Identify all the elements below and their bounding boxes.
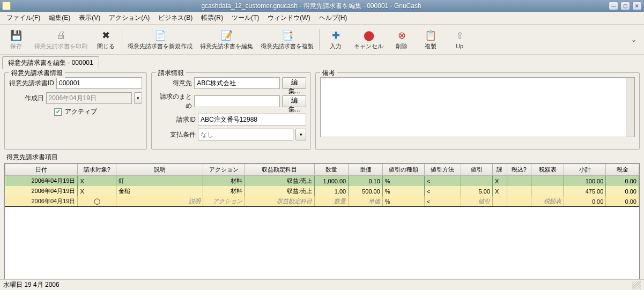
col-billable[interactable]: 請求対象? [78, 164, 116, 176]
date-dropdown[interactable]: ▾ [134, 92, 143, 104]
content: 得意先請求書情報 得意先請求書ID 作成日 ▾ ✔ アクティブ 請求情報 得意先… [0, 69, 644, 290]
toolbar-overflow[interactable]: ⌄ [626, 36, 642, 43]
col-disc-how[interactable]: 値引方法 [424, 164, 461, 176]
terms-dropdown[interactable]: ▾ [295, 129, 306, 140]
copy-icon: 📋 [424, 29, 437, 42]
separator [122, 29, 122, 50]
table-row[interactable]: 2006年04月19日 X 釘 材料 収益:売上 1,000.00 0.10 %… [5, 176, 639, 187]
enter-icon: ✚ [329, 29, 342, 42]
new-invoice-button[interactable]: 📄 得意先請求書を新規作成 [124, 28, 196, 51]
delete-button[interactable]: ⊗ 削除 [388, 28, 416, 51]
summary-label: 請求のまとめ [156, 92, 192, 110]
copy-button[interactable]: 📋 複製 [417, 28, 445, 51]
entries-table-container: 日付 請求対象? 説明 アクション 収益勘定科目 数量 単価 値引の種類 値引方… [4, 163, 640, 290]
menu-file[interactable]: ファイル(F) [2, 12, 45, 24]
save-icon: 💾 [10, 29, 23, 42]
table-input-row[interactable]: 2006年04月19日 ◯ 説明 アクション 収益勘定科目 数量 単価 % < … [5, 196, 639, 206]
terms-input[interactable] [198, 129, 293, 140]
col-taxinc[interactable]: 税込? [507, 164, 531, 176]
col-desc[interactable]: 説明 [116, 164, 203, 176]
print-icon: 🖨 [55, 29, 68, 42]
entries-label: 得意先請求書項目 [4, 153, 640, 162]
delete-label: 削除 [396, 42, 408, 50]
cancel-icon: ⬤ [362, 29, 375, 42]
menubar: ファイル(F) 編集(E) 表示(V) アクション(A) ビジネス(B) 帳票(… [0, 12, 644, 25]
dup-label: 得意先請求書を複製 [261, 42, 314, 50]
invoice-id-label: 得意先請求書ID [9, 79, 54, 88]
entries-table[interactable]: 日付 請求対象? 説明 アクション 収益勘定科目 数量 単価 値引の種類 値引方… [5, 163, 639, 206]
billid-input[interactable] [198, 114, 306, 125]
summary-edit-button[interactable]: 編集... [282, 95, 306, 107]
col-taxtable[interactable]: 税額表 [531, 164, 564, 176]
summary-input[interactable] [194, 95, 280, 107]
edit-label: 得意先請求書を編集 [200, 42, 253, 50]
menu-tools[interactable]: ツール(T) [227, 12, 263, 24]
col-account[interactable]: 収益勘定科目 [245, 164, 314, 176]
invoice-legend: 得意先請求書情報 [9, 69, 65, 78]
customer-label: 得意先 [156, 79, 192, 88]
save-button: 💾 保存 [2, 28, 30, 51]
invoice-id-input[interactable] [56, 77, 142, 89]
delete-icon: ⊗ [395, 29, 408, 42]
cancel-label: キャンセル [354, 42, 383, 50]
duplicate-invoice-button[interactable]: 📑 得意先請求書を複製 [257, 28, 317, 51]
save-label: 保存 [10, 42, 22, 50]
panel-notes: 備考 [315, 72, 640, 150]
customer-edit-button[interactable]: 編集... [282, 77, 306, 89]
separator [319, 29, 320, 50]
menu-actions[interactable]: アクション(A) [105, 12, 154, 24]
maximize-button[interactable]: ▢ [620, 2, 630, 10]
col-taxable[interactable]: 課 [493, 164, 507, 176]
copy-label: 複製 [425, 42, 436, 50]
up-label: Up [456, 43, 463, 49]
close-label: 閉じる [97, 42, 115, 50]
app-icon [2, 2, 11, 10]
close-icon: ✖ [99, 29, 112, 42]
menu-reports[interactable]: 帳票(R) [197, 12, 227, 24]
minimize-button[interactable]: — [609, 2, 618, 10]
edit-icon: 📝 [220, 29, 233, 42]
new-icon: 📄 [154, 29, 167, 42]
tab-row: 得意先請求書を編集 - 000001 [0, 55, 644, 69]
table-header-row: 日付 請求対象? 説明 アクション 収益勘定科目 数量 単価 値引の種類 値引方… [5, 164, 639, 176]
col-date[interactable]: 日付 [5, 164, 78, 176]
dup-icon: 📑 [281, 29, 294, 42]
col-subtotal[interactable]: 小計 [564, 164, 606, 176]
up-icon: ⇧ [453, 29, 466, 42]
close-window-button[interactable]: ✕ [632, 2, 642, 10]
enter-button[interactable]: ✚ 入力 [322, 28, 350, 51]
resize-grip[interactable] [632, 281, 641, 289]
col-tax[interactable]: 税金 [606, 164, 639, 176]
date-input [46, 92, 132, 104]
statusbar: 水曜日 19 4月 2006 [0, 279, 644, 290]
notes-scrollbar[interactable] [626, 78, 634, 137]
notes-legend: 備考 [320, 69, 337, 78]
menu-business[interactable]: ビジネス(B) [154, 12, 197, 24]
table-empty-space [5, 206, 639, 286]
panel-billing-info: 請求情報 得意先 編集... 請求のまとめ 編集... 請求ID 支払条件 ▾ [151, 72, 311, 150]
titlebar: gcashdata_12_customer.gnucash - 得意先請求書を編… [0, 0, 644, 12]
terms-label: 支払条件 [156, 130, 196, 139]
cancel-button[interactable]: ⬤ キャンセル [351, 28, 387, 51]
notes-textarea[interactable] [320, 77, 635, 137]
col-disc-type[interactable]: 値引の種類 [382, 164, 424, 176]
panel-invoice-info: 得意先請求書情報 得意先請求書ID 作成日 ▾ ✔ アクティブ [4, 72, 147, 150]
print-label: 得意先請求書を印刷 [34, 42, 87, 50]
col-qty[interactable]: 数量 [314, 164, 349, 176]
menu-edit[interactable]: 編集(E) [45, 12, 75, 24]
up-button[interactable]: ⇧ Up [446, 28, 473, 50]
close-button[interactable]: ✖ 閉じる [92, 28, 120, 51]
tab-invoice[interactable]: 得意先請求書を編集 - 000001 [2, 56, 99, 69]
col-discount[interactable]: 値引 [461, 164, 493, 176]
status-date: 水曜日 19 4月 2006 [3, 280, 60, 289]
edit-invoice-button[interactable]: 📝 得意先請求書を編集 [197, 28, 256, 51]
new-label: 得意先請求書を新規作成 [128, 42, 193, 50]
active-checkbox[interactable]: ✔ [54, 108, 62, 116]
menu-windows[interactable]: ウィンドウ(W) [263, 12, 314, 24]
col-price[interactable]: 単価 [349, 164, 383, 176]
col-action[interactable]: アクション [203, 164, 245, 176]
customer-input[interactable] [194, 77, 280, 89]
table-row[interactable]: 2006年04月19日 X 金槌 材料 収益:売上 1.00 500.00 % … [5, 186, 639, 196]
menu-help[interactable]: ヘルプ(H) [315, 12, 352, 24]
menu-view[interactable]: 表示(V) [75, 12, 105, 24]
